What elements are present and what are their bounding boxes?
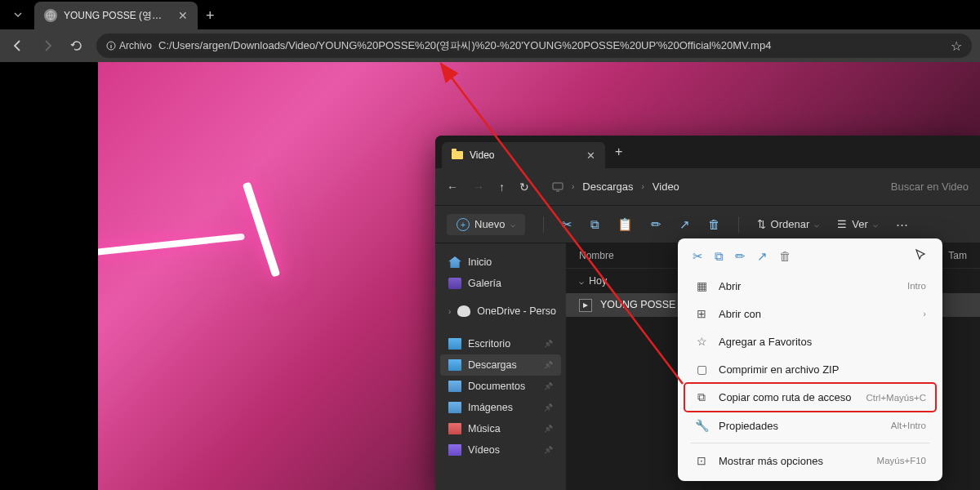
explorer-forward-button[interactable]: → [473,180,484,194]
breadcrumb-parent[interactable]: Descargas [582,180,633,193]
open-icon: ▦ [694,279,709,292]
separator [543,216,544,233]
chevron-right-icon: › [572,182,574,191]
sidebar-item-videos[interactable]: Vídeos [440,439,561,461]
ctx-open-with[interactable]: ⊞ Abrir con › [684,300,936,327]
explorer-sidebar: Inicio Galería ›OneDrive - Perso Escrito… [435,243,566,490]
cut-icon[interactable]: ✂ [562,217,572,232]
new-button-label: Nuevo [474,218,506,230]
explorer-tab-title: Video [470,149,580,161]
explorer-up-button[interactable]: ↑ [499,180,505,194]
sidebar-item-gallery[interactable]: Galería [440,273,561,294]
view-button[interactable]: ☰ Ver ⌵ [837,218,878,230]
sidebar-item-documents[interactable]: Documentos [440,376,561,397]
sidebar-label: OneDrive - Perso [477,305,556,317]
sidebar-label: Imágenes [468,402,513,413]
ctx-copy-path[interactable]: ⧉ Copiar como ruta de acceso Ctrl+Mayús+… [684,383,936,412]
archivo-label: Archivo [119,40,152,51]
rename-icon[interactable]: ✏ [735,249,746,264]
breadcrumb-current[interactable]: Video [653,180,679,193]
sidebar-item-images[interactable]: Imágenes [440,397,561,418]
videos-icon [448,444,461,456]
more-button[interactable]: ⋯ [896,217,908,232]
ctx-label: Agregar a Favoritos [719,336,926,348]
forward-button[interactable] [38,36,57,56]
reload-icon [70,39,83,52]
ctx-shortcut: Alt+Intro [891,421,926,430]
tab-close-button[interactable]: ✕ [178,9,188,22]
sidebar-label: Escritorio [468,338,510,350]
breadcrumb[interactable]: › Descargas › Video [552,180,679,193]
ctx-shortcut: Intro [907,281,926,291]
reload-button[interactable] [67,36,87,56]
separator [691,443,929,443]
video-file-icon [579,299,592,312]
url-text: C:/Users/argen/Downloads/Video/YOUNG%20P… [158,38,944,53]
copy-icon[interactable]: ⧉ [590,217,599,232]
sidebar-label: Galería [468,278,501,289]
svg-rect-2 [553,183,563,189]
sort-button[interactable]: ⇅ Ordenar ⌵ [757,218,820,230]
explorer-refresh-button[interactable]: ↻ [519,180,529,194]
home-icon [448,256,461,268]
browser-tab[interactable]: YOUNG POSSE (영파씨) - 'YOU ✕ [34,2,198,29]
chevron-right-icon: › [923,309,926,318]
sidebar-item-onedrive[interactable]: ›OneDrive - Perso [440,301,561,322]
sort-icon: ⇅ [757,218,766,230]
chevron-down-icon: ⌵ [873,220,878,229]
star-icon: ☆ [694,335,709,348]
arrow-left-icon [11,38,25,53]
documents-icon [448,381,461,392]
gallery-icon [448,278,461,289]
sidebar-item-desktop[interactable]: Escritorio [440,333,561,354]
globe-icon [44,9,57,22]
copy-icon[interactable]: ⧉ [715,249,724,264]
ctx-more-options[interactable]: ⊡ Mostrar más opciones Mayús+F10 [684,447,936,474]
archivo-chip: Archivo [106,40,152,51]
delete-icon[interactable]: 🗑 [779,249,791,263]
copy-path-icon: ⧉ [694,390,709,404]
context-menu: ✂ ⧉ ✏ ↗ 🗑 ▦ Abrir Intro ⊞ Abrir con › ☆ … [678,238,942,481]
delete-icon[interactable]: 🗑 [708,217,720,231]
explorer-tab[interactable]: Video ✕ [442,142,605,168]
explorer-back-button[interactable]: ← [447,180,458,194]
cut-icon[interactable]: ✂ [693,249,703,264]
browser-titlebar: YOUNG POSSE (영파씨) - 'YOU ✕ + [0,0,980,29]
paste-icon[interactable]: 📋 [617,217,633,232]
plus-circle-icon: + [457,218,470,231]
context-menu-toolbar: ✂ ⧉ ✏ ↗ 🗑 [684,245,936,272]
sidebar-label: Vídeos [468,444,500,456]
ctx-label: Propiedades [719,420,881,432]
view-label: Ver [852,218,868,230]
images-icon [448,402,461,413]
arrow-right-icon [40,38,55,53]
back-button[interactable] [8,36,28,56]
neon-light-decoration [98,234,245,257]
bookmark-button[interactable]: ☆ [951,38,962,54]
tab-menu-button[interactable] [7,3,29,26]
sidebar-item-downloads[interactable]: Descargas [440,354,561,376]
ctx-properties[interactable]: 🔧 Propiedades Alt+Intro [684,412,936,439]
ctx-open[interactable]: ▦ Abrir Intro [684,272,936,300]
sidebar-item-music[interactable]: Música [440,418,561,439]
chevron-down-icon [13,10,23,20]
column-name[interactable]: Nombre [579,250,614,261]
rename-icon[interactable]: ✏ [651,217,662,232]
ctx-add-favorites[interactable]: ☆ Agregar a Favoritos [684,327,936,355]
explorer-new-tab-button[interactable]: + [605,145,632,159]
new-button[interactable]: + Nuevo ⌵ [447,214,525,235]
desktop-icon [448,338,461,350]
column-size[interactable]: Tam [948,250,967,261]
neon-light-decoration [243,181,281,277]
explorer-search-input[interactable]: Buscar en Video [891,180,969,193]
explorer-tab-close[interactable]: ✕ [586,149,595,162]
folder-icon [452,151,463,159]
sidebar-item-home[interactable]: Inicio [440,252,561,273]
open-with-icon: ⊞ [694,307,709,320]
new-tab-button[interactable]: + [198,7,223,24]
share-icon[interactable]: ↗ [757,249,768,264]
share-icon[interactable]: ↗ [679,217,690,232]
address-bar[interactable]: Archivo C:/Users/argen/Downloads/Video/Y… [96,33,972,58]
monitor-icon [552,181,564,193]
ctx-compress-zip[interactable]: ▢ Comprimir en archivo ZIP [684,355,936,383]
